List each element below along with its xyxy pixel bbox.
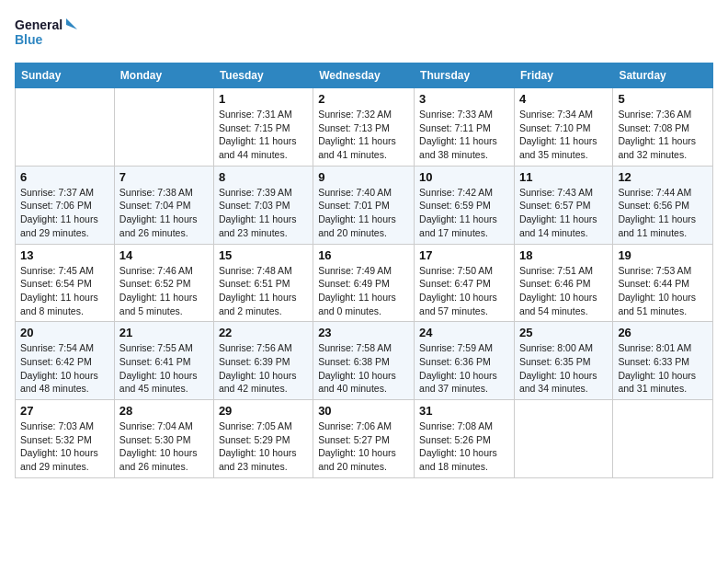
calendar-cell: 25Sunrise: 8:00 AM Sunset: 6:35 PM Dayli…: [514, 322, 612, 400]
calendar-cell: 13Sunrise: 7:45 AM Sunset: 6:54 PM Dayli…: [16, 244, 115, 322]
svg-marker-2: [66, 18, 77, 29]
calendar-cell: [514, 400, 612, 478]
calendar-cell: 2Sunrise: 7:32 AM Sunset: 7:13 PM Daylig…: [313, 88, 415, 167]
cell-text: Sunrise: 7:34 AM Sunset: 7:10 PM Dayligh…: [519, 108, 608, 162]
calendar-cell: 20Sunrise: 7:54 AM Sunset: 6:42 PM Dayli…: [16, 322, 115, 400]
day-number: 25: [519, 326, 608, 339]
calendar-week-row: 13Sunrise: 7:45 AM Sunset: 6:54 PM Dayli…: [16, 244, 713, 322]
calendar-cell: 4Sunrise: 7:34 AM Sunset: 7:10 PM Daylig…: [514, 88, 612, 167]
calendar-cell: 8Sunrise: 7:39 AM Sunset: 7:03 PM Daylig…: [213, 166, 313, 244]
day-number: 17: [419, 248, 509, 262]
calendar-week-row: 20Sunrise: 7:54 AM Sunset: 6:42 PM Dayli…: [16, 322, 713, 400]
calendar-cell: 15Sunrise: 7:48 AM Sunset: 6:51 PM Dayli…: [213, 244, 313, 322]
calendar-cell: 19Sunrise: 7:53 AM Sunset: 6:44 PM Dayli…: [613, 244, 713, 322]
day-number: 5: [618, 92, 708, 106]
day-number: 24: [419, 326, 509, 339]
day-number: 8: [219, 170, 308, 184]
cell-text: Sunrise: 7:43 AM Sunset: 6:57 PM Dayligh…: [519, 186, 608, 240]
day-number: 1: [219, 92, 308, 106]
cell-text: Sunrise: 7:39 AM Sunset: 7:03 PM Dayligh…: [219, 186, 308, 240]
cell-text: Sunrise: 7:42 AM Sunset: 6:59 PM Dayligh…: [419, 186, 509, 240]
day-number: 12: [618, 170, 708, 184]
calendar-cell: 12Sunrise: 7:44 AM Sunset: 6:56 PM Dayli…: [613, 166, 713, 244]
cell-text: Sunrise: 7:44 AM Sunset: 6:56 PM Dayligh…: [618, 186, 708, 240]
header: General Blue: [15, 15, 713, 52]
day-number: 6: [20, 170, 109, 184]
calendar-cell: 1Sunrise: 7:31 AM Sunset: 7:15 PM Daylig…: [213, 88, 313, 167]
day-number: 26: [618, 326, 708, 339]
calendar-cell: [114, 88, 213, 167]
cell-text: Sunrise: 7:33 AM Sunset: 7:11 PM Dayligh…: [419, 108, 509, 162]
cell-text: Sunrise: 8:00 AM Sunset: 6:35 PM Dayligh…: [519, 341, 608, 396]
cell-text: Sunrise: 7:38 AM Sunset: 7:04 PM Dayligh…: [119, 186, 209, 240]
calendar-cell: 27Sunrise: 7:03 AM Sunset: 5:32 PM Dayli…: [16, 400, 115, 478]
day-number: 15: [219, 248, 308, 262]
day-number: 9: [318, 170, 409, 184]
weekday-header-friday: Friday: [514, 63, 612, 88]
calendar-cell: 24Sunrise: 7:59 AM Sunset: 6:36 PM Dayli…: [415, 322, 515, 400]
day-number: 16: [318, 248, 409, 262]
cell-text: Sunrise: 7:31 AM Sunset: 7:15 PM Dayligh…: [219, 108, 308, 162]
day-number: 10: [419, 170, 509, 184]
day-number: 14: [119, 248, 209, 262]
calendar-cell: 30Sunrise: 7:06 AM Sunset: 5:27 PM Dayli…: [313, 400, 415, 478]
calendar-cell: 22Sunrise: 7:56 AM Sunset: 6:39 PM Dayli…: [213, 322, 313, 400]
day-number: 28: [119, 404, 209, 418]
calendar-cell: 28Sunrise: 7:04 AM Sunset: 5:30 PM Dayli…: [114, 400, 213, 478]
calendar-cell: 14Sunrise: 7:46 AM Sunset: 6:52 PM Dayli…: [114, 244, 213, 322]
cell-text: Sunrise: 7:48 AM Sunset: 6:51 PM Dayligh…: [219, 264, 308, 318]
day-number: 20: [20, 326, 109, 339]
day-number: 19: [618, 248, 708, 262]
cell-text: Sunrise: 7:04 AM Sunset: 5:30 PM Dayligh…: [119, 419, 209, 474]
day-number: 2: [318, 92, 409, 106]
calendar-week-row: 1Sunrise: 7:31 AM Sunset: 7:15 PM Daylig…: [16, 88, 713, 167]
svg-text:General: General: [15, 17, 63, 32]
calendar-cell: 7Sunrise: 7:38 AM Sunset: 7:04 PM Daylig…: [114, 166, 213, 244]
day-number: 27: [20, 404, 109, 418]
day-number: 21: [119, 326, 209, 339]
calendar-cell: 11Sunrise: 7:43 AM Sunset: 6:57 PM Dayli…: [514, 166, 612, 244]
cell-text: Sunrise: 7:40 AM Sunset: 7:01 PM Dayligh…: [318, 186, 409, 240]
calendar-cell: 5Sunrise: 7:36 AM Sunset: 7:08 PM Daylig…: [613, 88, 713, 167]
calendar-week-row: 27Sunrise: 7:03 AM Sunset: 5:32 PM Dayli…: [16, 400, 713, 478]
cell-text: Sunrise: 7:46 AM Sunset: 6:52 PM Dayligh…: [119, 264, 209, 318]
day-number: 13: [20, 248, 109, 262]
cell-text: Sunrise: 7:03 AM Sunset: 5:32 PM Dayligh…: [20, 419, 109, 474]
calendar-week-row: 6Sunrise: 7:37 AM Sunset: 7:06 PM Daylig…: [16, 166, 713, 244]
calendar-cell: 26Sunrise: 8:01 AM Sunset: 6:33 PM Dayli…: [613, 322, 713, 400]
day-number: 18: [519, 248, 608, 262]
weekday-header-saturday: Saturday: [613, 63, 713, 88]
calendar-cell: 18Sunrise: 7:51 AM Sunset: 6:46 PM Dayli…: [514, 244, 612, 322]
cell-text: Sunrise: 7:36 AM Sunset: 7:08 PM Dayligh…: [618, 108, 708, 162]
cell-text: Sunrise: 7:51 AM Sunset: 6:46 PM Dayligh…: [519, 264, 608, 318]
day-number: 31: [419, 404, 509, 418]
calendar-cell: 3Sunrise: 7:33 AM Sunset: 7:11 PM Daylig…: [415, 88, 515, 167]
cell-text: Sunrise: 7:49 AM Sunset: 6:49 PM Dayligh…: [318, 264, 409, 318]
calendar-table: SundayMondayTuesdayWednesdayThursdayFrid…: [15, 63, 713, 478]
weekday-header-wednesday: Wednesday: [313, 63, 415, 88]
day-number: 22: [219, 326, 308, 339]
calendar-cell: 16Sunrise: 7:49 AM Sunset: 6:49 PM Dayli…: [313, 244, 415, 322]
calendar-cell: 17Sunrise: 7:50 AM Sunset: 6:47 PM Dayli…: [415, 244, 515, 322]
logo-svg: General Blue: [15, 15, 79, 52]
calendar-cell: 10Sunrise: 7:42 AM Sunset: 6:59 PM Dayli…: [415, 166, 515, 244]
cell-text: Sunrise: 7:53 AM Sunset: 6:44 PM Dayligh…: [618, 264, 708, 318]
cell-text: Sunrise: 7:56 AM Sunset: 6:39 PM Dayligh…: [219, 341, 308, 396]
cell-text: Sunrise: 8:01 AM Sunset: 6:33 PM Dayligh…: [618, 341, 708, 396]
cell-text: Sunrise: 7:08 AM Sunset: 5:26 PM Dayligh…: [419, 419, 509, 474]
calendar-cell: 23Sunrise: 7:58 AM Sunset: 6:38 PM Dayli…: [313, 322, 415, 400]
day-number: 29: [219, 404, 308, 418]
day-number: 23: [318, 326, 409, 339]
cell-text: Sunrise: 7:54 AM Sunset: 6:42 PM Dayligh…: [20, 341, 109, 396]
cell-text: Sunrise: 7:50 AM Sunset: 6:47 PM Dayligh…: [419, 264, 509, 318]
calendar-cell: 29Sunrise: 7:05 AM Sunset: 5:29 PM Dayli…: [213, 400, 313, 478]
cell-text: Sunrise: 7:45 AM Sunset: 6:54 PM Dayligh…: [20, 264, 109, 318]
calendar-cell: 31Sunrise: 7:08 AM Sunset: 5:26 PM Dayli…: [415, 400, 515, 478]
calendar-cell: 6Sunrise: 7:37 AM Sunset: 7:06 PM Daylig…: [16, 166, 115, 244]
day-number: 4: [519, 92, 608, 106]
svg-text:Blue: Blue: [15, 32, 43, 47]
cell-text: Sunrise: 7:58 AM Sunset: 6:38 PM Dayligh…: [318, 341, 409, 396]
day-number: 3: [419, 92, 509, 106]
weekday-header-row: SundayMondayTuesdayWednesdayThursdayFrid…: [16, 63, 713, 88]
cell-text: Sunrise: 7:55 AM Sunset: 6:41 PM Dayligh…: [119, 341, 209, 396]
